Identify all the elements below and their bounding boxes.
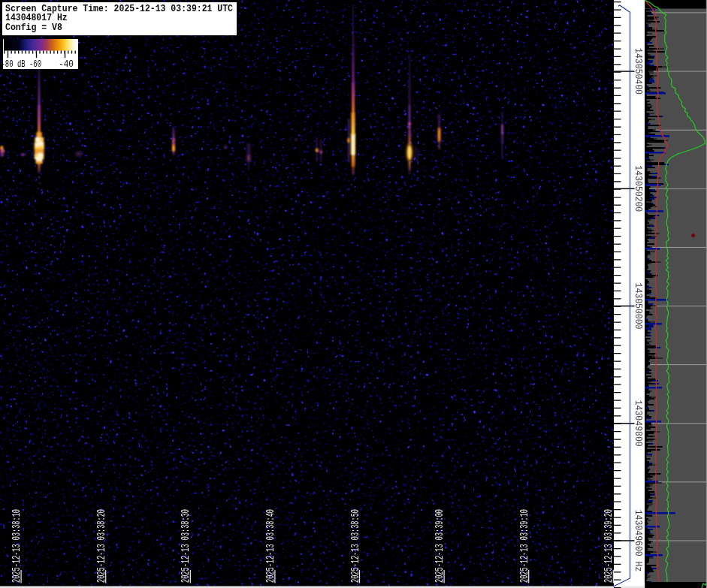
svg-text:Config = V8: Config = V8 [5, 23, 62, 33]
svg-text:143049800: 143049800 [633, 400, 644, 447]
svg-text:143049600 Hz: 143049600 Hz [633, 510, 644, 572]
svg-text:2025-12-13 03:39:20: 2025-12-13 03:39:20 [603, 509, 616, 583]
svg-text:2025-12-13 03:38:20: 2025-12-13 03:38:20 [95, 509, 108, 583]
svg-text:143050400: 143050400 [633, 48, 644, 95]
svg-text:2025-12-13 03:38:50: 2025-12-13 03:38:50 [349, 509, 362, 583]
svg-text:2025-12-13 03:38:30: 2025-12-13 03:38:30 [180, 509, 193, 583]
svg-text:143050000: 143050000 [633, 283, 644, 330]
svg-text:2025-12-13 03:38:10: 2025-12-13 03:38:10 [11, 509, 23, 583]
svg-text:-40: -40 [59, 59, 74, 70]
svg-text:-80 dB -60: -80 dB -60 [2, 59, 42, 70]
svg-text:2025-12-13 03:38:40: 2025-12-13 03:38:40 [264, 509, 277, 583]
svg-text:2025-12-13 03:39:10: 2025-12-13 03:39:10 [518, 509, 531, 583]
svg-text:143050200: 143050200 [633, 165, 644, 212]
svg-text:2025-12-13 03:39:00: 2025-12-13 03:39:00 [434, 509, 446, 583]
